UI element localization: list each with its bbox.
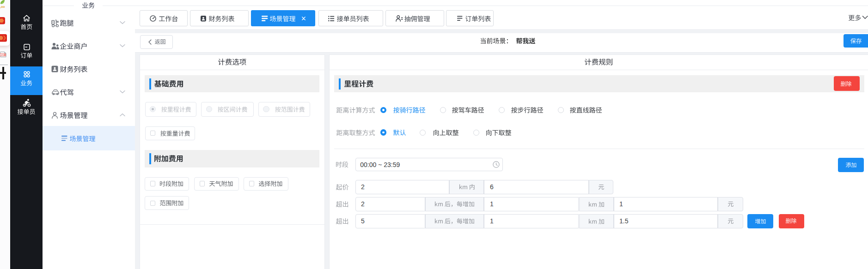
svg-text:PDF: PDF (0, 54, 4, 56)
svg-text:,oo: ,oo (0, 5, 5, 9)
